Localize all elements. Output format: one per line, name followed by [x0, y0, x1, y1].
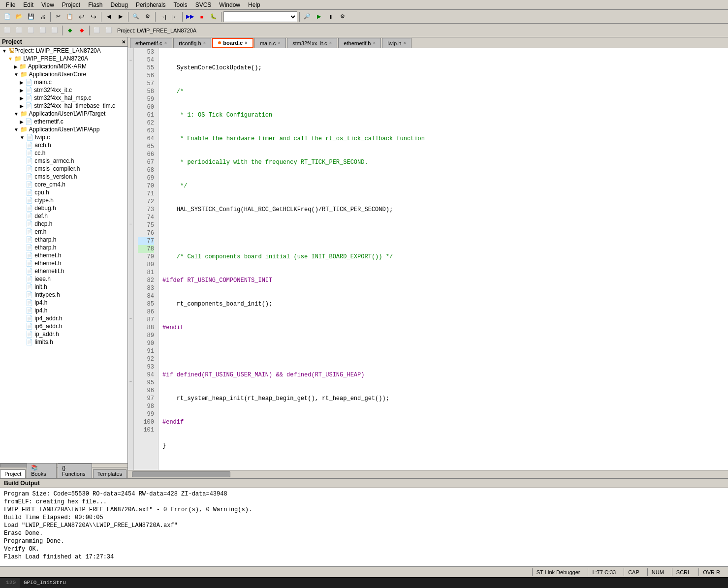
tree-ethernet2-h[interactable]: 📄 ethernet.h — [0, 259, 127, 267]
build-btn[interactable]: ▶▶ — [185, 11, 195, 22]
tree-inttypes-h[interactable]: 📄 inttypes.h — [0, 291, 127, 299]
tab-lwip-close[interactable]: × — [403, 40, 406, 46]
code-content[interactable]: SystemCoreClockUpdate(); /* * 1: OS Tick… — [158, 48, 728, 470]
tree-lwip-c[interactable]: ▼ 📄 lwip.c — [0, 133, 127, 141]
tree-stm32-it[interactable]: ▶ 📄 stm32f4xx_it.c — [0, 86, 127, 94]
search2-btn[interactable]: 🔎 — [302, 11, 313, 22]
t2-btn5[interactable]: ⬜ — [49, 25, 60, 36]
t2-btn7[interactable]: ⬜ — [103, 25, 114, 36]
project-tree[interactable]: ▼ 🏗 Project: LWIP_FREE_LAN8720A ▼ 📁 LWIP… — [0, 47, 127, 463]
menu-tools[interactable]: Tools — [170, 0, 191, 9]
tree-def-h[interactable]: 📄 def.h — [0, 212, 127, 220]
save-btn[interactable]: 🖨 — [37, 11, 48, 22]
tree-err-h[interactable]: 📄 err.h — [0, 228, 127, 236]
tree-cmsis-armcc[interactable]: 📄 cmsis_armcc.h — [0, 157, 127, 165]
tree-hal-timebase[interactable]: ▶ 📄 stm32f4xx_hal_timebase_tim.c — [0, 102, 127, 110]
tree-hal-msp[interactable]: ▶ 📄 stm32f4xx_hal_msp.c — [0, 94, 127, 102]
menu-debug[interactable]: Debug — [107, 0, 132, 9]
tree-core-cm4[interactable]: 📄 core_cm4.h — [0, 181, 127, 188]
tab-main-close[interactable]: × — [278, 40, 281, 46]
nav-back[interactable]: ◀ — [103, 11, 114, 22]
t2-btn1[interactable]: ⬜ — [2, 25, 13, 36]
tab-rtconfig-h[interactable]: rtconfig.h × — [173, 38, 211, 48]
tree-ip4addr-h[interactable]: 📄 ip4_addr.h — [0, 314, 127, 322]
marker-54[interactable]: − — [128, 56, 133, 64]
find-btn[interactable]: 🔍 — [130, 11, 141, 22]
menu-help[interactable]: Help — [244, 0, 264, 9]
tab-lwip-h[interactable]: lwip.h × — [382, 38, 411, 48]
t2-red1[interactable]: ◆ — [76, 25, 87, 36]
new-btn[interactable]: 📄 — [2, 11, 13, 22]
t2-green1[interactable]: ◆ — [64, 25, 75, 36]
marker-87[interactable]: − — [128, 316, 133, 324]
tree-limits-h[interactable]: 📄 limits.h — [0, 338, 127, 346]
tab-stm32-it[interactable]: stm32f4xx_it.c × — [287, 38, 337, 48]
bottom-code-content[interactable]: GPIO_InitStru GPIO_InitStru GPIO_InitStr… — [20, 578, 728, 588]
settings-btn[interactable]: ⚙ — [337, 11, 348, 22]
target-dropdown[interactable]: RT_USING_HEAP — [223, 11, 297, 22]
outdent-btn[interactable]: |← — [169, 11, 180, 22]
menu-window[interactable]: Window — [215, 0, 244, 9]
cut-btn[interactable]: ✂ — [53, 11, 63, 22]
tab-board-close[interactable]: × — [245, 40, 248, 46]
tree-dhcp-h[interactable]: 📄 dhcp.h — [0, 220, 127, 228]
tree-user-core[interactable]: ▼ 📁 Application/User/Core — [0, 70, 127, 78]
menu-file[interactable]: File — [2, 0, 19, 9]
tab-books[interactable]: 📚 Books — [27, 463, 57, 478]
tree-project[interactable]: ▼ 📁 LWIP_FREE_LAN8720A — [0, 55, 127, 62]
code-editor[interactable]: − − — [128, 48, 728, 470]
undo-btn[interactable]: ↩ — [76, 11, 87, 22]
t2-btn3[interactable]: ⬜ — [26, 25, 36, 36]
hscroll-thumb[interactable] — [132, 471, 230, 477]
tree-cc-h[interactable]: 📄 cc.h — [0, 149, 127, 157]
tab-templates[interactable]: Templates — [93, 469, 127, 478]
t2-btn4[interactable]: ⬜ — [37, 25, 48, 36]
redo-btn[interactable]: ↪ — [88, 11, 99, 22]
menu-edit[interactable]: Edit — [19, 0, 37, 9]
collapse-btn[interactable]: ✕ — [122, 39, 126, 45]
tree-ethernet1-h[interactable]: 📄 ethernet.h — [0, 251, 127, 259]
tree-ip6addr-h[interactable]: 📄 ip6_addr.h — [0, 322, 127, 330]
debug-btn[interactable]: 🐛 — [208, 11, 219, 22]
tree-ethernetif-c[interactable]: ▶ 📄 ethernetif.c — [0, 118, 127, 125]
tree-ipaddr-h[interactable]: 📄 ip_addr.h — [0, 330, 127, 338]
nav-fwd[interactable]: ▶ — [115, 11, 126, 22]
marker-95[interactable]: − — [128, 379, 133, 387]
tree-ethernetif-h[interactable]: 📄 ethernetif.h — [0, 267, 127, 275]
menu-peripherals[interactable]: Peripherals — [132, 0, 170, 9]
tree-ip4-2-h[interactable]: 📄 ip4.h — [0, 307, 127, 314]
menu-svcs[interactable]: SVCS — [191, 0, 216, 9]
tab-rtconfig-close[interactable]: × — [203, 40, 206, 46]
run-btn[interactable]: ▶ — [314, 11, 324, 22]
menu-project[interactable]: Project — [58, 0, 84, 9]
tree-ip4-h[interactable]: 📄 ip4.h — [0, 299, 127, 307]
stop-btn[interactable]: ■ — [196, 11, 207, 22]
tab-functions[interactable]: {} Functions — [58, 464, 92, 478]
replace-btn[interactable]: ⚙ — [142, 11, 153, 22]
tree-ctype-h[interactable]: 📄 ctype.h — [0, 196, 127, 204]
tree-root[interactable]: ▼ 🏗 Project: LWIP_FREE_LAN8720A — [0, 47, 127, 55]
indent-btn[interactable]: →| — [158, 11, 168, 22]
tab-ethernetif-h[interactable]: ethernetif.h × — [338, 38, 381, 48]
tree-init-h[interactable]: 📄 init.h — [0, 283, 127, 291]
tree-cmsis-compiler[interactable]: 📄 cmsis_compiler.h — [0, 165, 127, 173]
tab-ethernetif-c[interactable]: ethernetif.c × — [130, 38, 172, 48]
editor-hscroll[interactable] — [128, 470, 728, 478]
tree-cpu-h[interactable]: 📄 cpu.h — [0, 188, 127, 196]
t2-btn6[interactable]: ⬜ — [92, 25, 102, 36]
tree-main-c[interactable]: ▶ 📄 main.c — [0, 78, 127, 86]
tree-lwip-app[interactable]: ▼ 📁 Application/User/LWIP/App — [0, 125, 127, 133]
tab-board-c[interactable]: board.c × — [212, 38, 253, 48]
tab-stm32-close[interactable]: × — [329, 40, 332, 46]
tree-etharp2-h[interactable]: 📄 etharp.h — [0, 244, 127, 251]
pause-btn[interactable]: ⏸ — [325, 11, 336, 22]
tree-mdk-arm[interactable]: ▶ 📁 Application/MDK-ARM — [0, 62, 127, 70]
copy-btn[interactable]: 💾 — [26, 11, 36, 22]
tree-arch-h[interactable]: 📄 arch.h — [0, 141, 127, 149]
tab-main-c[interactable]: main.c × — [254, 38, 286, 48]
t2-btn2[interactable]: ⬜ — [14, 25, 25, 36]
tree-ieee-h[interactable]: 📄 ieee.h — [0, 275, 127, 283]
hscroll-track[interactable] — [128, 470, 728, 478]
menu-flash[interactable]: Flash — [84, 0, 106, 9]
paste-btn[interactable]: 📋 — [64, 11, 75, 22]
